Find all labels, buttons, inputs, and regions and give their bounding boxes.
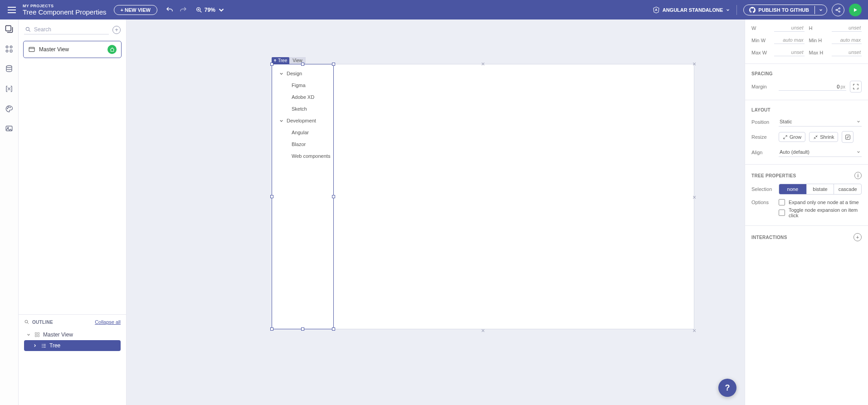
tree-node[interactable]: Design bbox=[275, 68, 332, 79]
rail-views[interactable] bbox=[4, 24, 14, 34]
tree-leaf[interactable]: Web components bbox=[275, 150, 332, 162]
search-input[interactable] bbox=[34, 26, 108, 33]
play-icon bbox=[853, 7, 858, 13]
minw-input[interactable]: auto max bbox=[774, 36, 805, 44]
option-row: Toggle node expansion on item click bbox=[751, 207, 862, 218]
tree-leaf[interactable]: Adobe XD bbox=[275, 91, 332, 103]
github-icon bbox=[749, 7, 756, 13]
tree-node[interactable]: Development bbox=[275, 115, 332, 127]
share-button[interactable] bbox=[832, 4, 844, 16]
history-actions: 79% bbox=[166, 6, 225, 14]
view-tag[interactable]: View bbox=[289, 57, 306, 64]
chevron-down-icon bbox=[279, 118, 284, 123]
artboard[interactable] bbox=[272, 64, 694, 329]
svg-text:A: A bbox=[655, 8, 658, 12]
info-icon[interactable]: i bbox=[854, 172, 862, 179]
tool-rail bbox=[0, 20, 19, 405]
width-input[interactable]: unset bbox=[774, 24, 805, 32]
interactions-title: INTERACTIONS + bbox=[751, 233, 862, 241]
chevron-down-icon bbox=[279, 71, 284, 76]
breadcrumb[interactable]: MY PROJECTS bbox=[23, 4, 107, 8]
checkbox[interactable] bbox=[779, 210, 785, 216]
height-input[interactable]: unset bbox=[832, 24, 862, 32]
shrink-button[interactable]: Shrink bbox=[809, 132, 838, 142]
seg-bistate[interactable]: bistate bbox=[806, 184, 834, 194]
chevron-down-icon bbox=[726, 8, 730, 12]
page-title: Tree Component Properties bbox=[23, 8, 107, 16]
rail-assets[interactable] bbox=[4, 124, 14, 134]
svg-point-10 bbox=[6, 66, 12, 68]
titles: MY PROJECTS Tree Component Properties bbox=[23, 4, 107, 16]
maxh-input[interactable]: unset bbox=[832, 49, 862, 56]
svg-point-6 bbox=[6, 46, 8, 48]
search-icon[interactable] bbox=[24, 319, 29, 325]
preview-button[interactable] bbox=[849, 4, 862, 16]
help-button[interactable]: ? bbox=[718, 379, 736, 397]
rail-variables[interactable] bbox=[4, 84, 14, 94]
publish-dropdown[interactable] bbox=[814, 6, 827, 14]
layers-icon bbox=[5, 24, 14, 34]
add-interaction-button[interactable]: + bbox=[853, 233, 862, 241]
align-row: Align Auto (default) bbox=[751, 147, 862, 157]
undo-icon[interactable] bbox=[166, 6, 174, 14]
arrow-up-icon bbox=[273, 59, 277, 63]
framework-label: ANGULAR STANDALONE bbox=[663, 7, 723, 13]
view-item[interactable]: Master View bbox=[23, 41, 122, 58]
home-badge bbox=[107, 45, 117, 54]
collapse-all-link[interactable]: Collapse all bbox=[95, 319, 121, 325]
outline-selected[interactable]: Tree bbox=[24, 340, 121, 351]
zoom-icon bbox=[195, 6, 203, 14]
redo-icon[interactable] bbox=[179, 6, 187, 14]
align-select[interactable]: Auto (default) bbox=[779, 147, 862, 157]
publish-button[interactable]: PUBLISH TO GITHUB bbox=[744, 5, 814, 15]
chevron-down-icon bbox=[819, 8, 823, 12]
svg-point-18 bbox=[25, 320, 28, 323]
tree-leaf[interactable]: Angular bbox=[275, 127, 332, 138]
svg-point-7 bbox=[10, 46, 12, 48]
collapse-in-icon bbox=[813, 135, 818, 140]
search-icon bbox=[25, 26, 31, 33]
layout-title: LAYOUT bbox=[751, 107, 862, 112]
chevron-down-icon bbox=[217, 6, 225, 14]
midpoint-marker: × bbox=[481, 327, 485, 334]
rail-data[interactable] bbox=[4, 64, 14, 74]
menu-button[interactable] bbox=[6, 5, 17, 15]
selection-tag[interactable]: Tree bbox=[272, 57, 289, 64]
add-view-button[interactable]: + bbox=[112, 26, 121, 34]
share-icon bbox=[835, 7, 841, 13]
search-row: + bbox=[19, 20, 126, 38]
zoom-control[interactable]: 79% bbox=[195, 6, 225, 14]
framework-selector[interactable]: A ANGULAR STANDALONE bbox=[653, 6, 731, 14]
chevron-down-icon bbox=[26, 332, 31, 337]
tree-preview: Design Figma Adobe XD Sketch Development… bbox=[275, 68, 332, 162]
maxw-input[interactable]: unset bbox=[774, 49, 805, 56]
tree-leaf[interactable]: Figma bbox=[275, 79, 332, 91]
seg-cascade[interactable]: cascade bbox=[834, 184, 861, 194]
tree-leaf[interactable]: Sketch bbox=[275, 103, 332, 115]
seg-none[interactable]: none bbox=[779, 184, 806, 194]
grow-button[interactable]: Grow bbox=[779, 132, 805, 142]
outline-root[interactable]: Master View bbox=[24, 329, 121, 340]
shield-icon: A bbox=[653, 6, 660, 14]
spacing-title: SPACING bbox=[751, 71, 862, 76]
expand-margin-button[interactable] bbox=[850, 81, 862, 93]
svg-point-13 bbox=[10, 107, 11, 108]
svg-rect-20 bbox=[38, 333, 39, 335]
tree-leaf[interactable]: Blazor bbox=[275, 138, 332, 150]
new-view-button[interactable]: + NEW VIEW bbox=[114, 5, 157, 15]
outline-header: OUTLINE Collapse all bbox=[24, 319, 121, 325]
search-box bbox=[24, 25, 109, 34]
margin-input[interactable]: 0 px bbox=[779, 83, 846, 91]
expand-icon bbox=[853, 83, 859, 90]
database-icon bbox=[5, 65, 13, 73]
checkbox[interactable] bbox=[779, 199, 785, 205]
rail-themes[interactable] bbox=[4, 104, 14, 114]
minh-input[interactable]: auto max bbox=[832, 36, 862, 44]
canvas[interactable]: Tree View Design Figma Adobe XD Sketch D… bbox=[127, 20, 745, 405]
position-select[interactable]: Static bbox=[779, 117, 862, 127]
rail-components[interactable] bbox=[4, 44, 14, 54]
main: + Master View OUTLINE Collapse all bbox=[0, 20, 868, 405]
outline-root-label: Master View bbox=[43, 332, 73, 338]
grid-icon bbox=[5, 45, 13, 53]
resize-more-button[interactable] bbox=[842, 131, 853, 143]
